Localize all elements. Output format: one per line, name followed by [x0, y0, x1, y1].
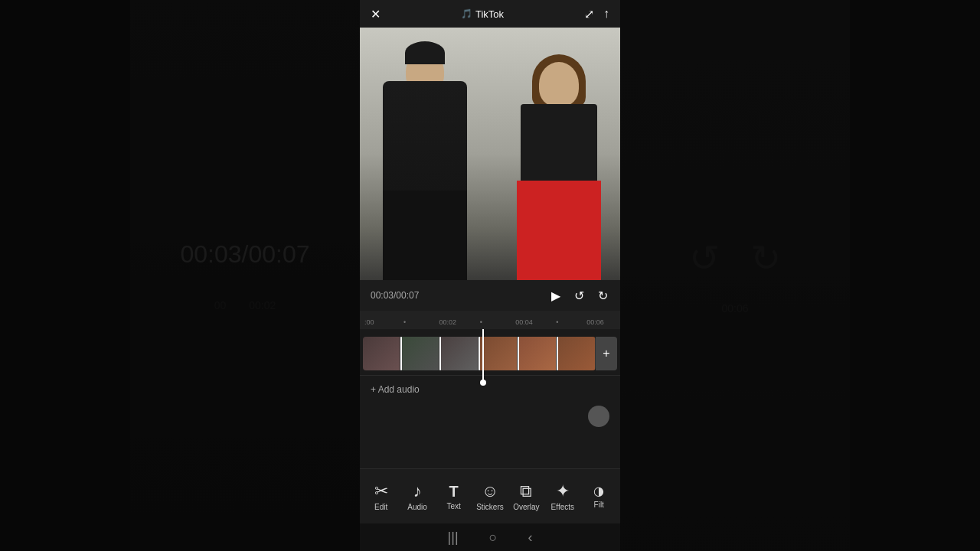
filter-icon: ◑: [593, 485, 604, 497]
toolbar-filter[interactable]: ◑ Filt: [582, 485, 616, 509]
share-icon[interactable]: ↑: [603, 7, 609, 21]
thumb-strip[interactable]: [363, 337, 596, 370]
thumb-frame-5: [519, 337, 557, 370]
ruler-06: 00:06: [586, 318, 604, 326]
stickers-icon: ☺: [482, 483, 498, 500]
toolbar-overlay[interactable]: ⧉ Overlay: [509, 483, 543, 511]
overlay-label: Overlay: [513, 503, 539, 511]
playback-controls: ▶ ↺ ↻: [550, 287, 609, 305]
ruler-04: 00:04: [515, 318, 533, 326]
android-back-button[interactable]: ‹: [528, 530, 532, 546]
playhead[interactable]: [482, 329, 484, 383]
timeline-strip: +: [360, 332, 620, 375]
effects-icon: ✦: [556, 483, 570, 500]
ruler-02: 00:02: [439, 318, 457, 326]
toolbar-text[interactable]: T Text: [437, 484, 471, 510]
tiktok-logo: 🎵 TikTok: [461, 8, 504, 20]
scroll-indicator-area: [360, 403, 620, 430]
bg-right-panel: ↺ ↻ 00:06: [620, 0, 980, 551]
thumb-frame-6: [558, 337, 596, 370]
tiktok-icon: 🎵: [461, 8, 472, 19]
phone-panel: ✕ 🎵 TikTok ⤢ ↑: [360, 0, 620, 551]
ruler-dot3: •: [556, 318, 558, 326]
person-right-figure: [513, 66, 605, 280]
ruler-dot1: •: [403, 318, 406, 326]
timecode-display: 00:03/00:07: [371, 290, 419, 301]
undo-button[interactable]: ↺: [573, 287, 586, 305]
add-audio-button[interactable]: + Add audio: [371, 384, 420, 395]
playback-bar: 00:03/00:07 ▶ ↺ ↻: [360, 280, 620, 311]
filter-label: Filt: [594, 500, 604, 509]
app-title: TikTok: [475, 8, 504, 20]
edit-label: Edit: [374, 503, 387, 511]
effects-label: Effects: [551, 503, 574, 511]
redo-button[interactable]: ↻: [596, 287, 609, 305]
thumb-frame-3: [441, 337, 479, 370]
top-bar: ✕ 🎵 TikTok ⤢ ↑: [360, 0, 620, 28]
toolbar-effects[interactable]: ✦ Effects: [546, 483, 580, 511]
overlay-icon: ⧉: [520, 483, 532, 500]
bg-left-panel: 00:03/00:07 00 00:02: [0, 0, 360, 551]
thumb-frame-1: [363, 337, 400, 370]
timeline-area[interactable]: + + Add audio: [360, 329, 620, 468]
ruler-00: :00: [364, 318, 374, 326]
play-button[interactable]: ▶: [550, 287, 562, 305]
ruler-dot2: •: [480, 318, 482, 326]
android-menu-button[interactable]: |||: [448, 530, 459, 546]
edit-icon: ✂: [374, 483, 388, 500]
add-audio-bar: + Add audio: [360, 375, 620, 403]
android-nav-bar: ||| ○ ‹: [360, 523, 620, 551]
playhead-dot: [480, 380, 486, 386]
thumb-frame-2: [402, 337, 439, 370]
android-home-button[interactable]: ○: [489, 530, 498, 546]
audio-label: Audio: [407, 503, 427, 511]
bottom-toolbar: ✂ Edit ♪ Audio T Text ☺ Stickers ⧉ Overl…: [360, 468, 620, 523]
audio-icon: ♪: [413, 483, 422, 500]
toolbar-audio[interactable]: ♪ Audio: [400, 483, 434, 511]
text-icon: T: [449, 484, 458, 499]
stickers-label: Stickers: [476, 503, 504, 511]
timeline-ruler: :00 • 00:02 • 00:04 • 00:06: [360, 311, 620, 329]
thumb-frame-4: [480, 337, 518, 370]
add-clip-button[interactable]: +: [596, 337, 617, 370]
toolbar-edit[interactable]: ✂ Edit: [364, 483, 398, 511]
expand-icon[interactable]: ⤢: [584, 7, 594, 21]
close-button[interactable]: ✕: [371, 7, 381, 21]
person-left-figure: [383, 81, 467, 280]
ruler-marks: :00 • 00:02 • 00:04 • 00:06: [363, 311, 617, 329]
toolbar-stickers[interactable]: ☺ Stickers: [473, 483, 507, 511]
text-label: Text: [446, 502, 460, 510]
top-bar-right-icons: ⤢ ↑: [584, 7, 609, 21]
video-preview: [360, 28, 620, 280]
scroll-position-dot: [588, 406, 609, 427]
